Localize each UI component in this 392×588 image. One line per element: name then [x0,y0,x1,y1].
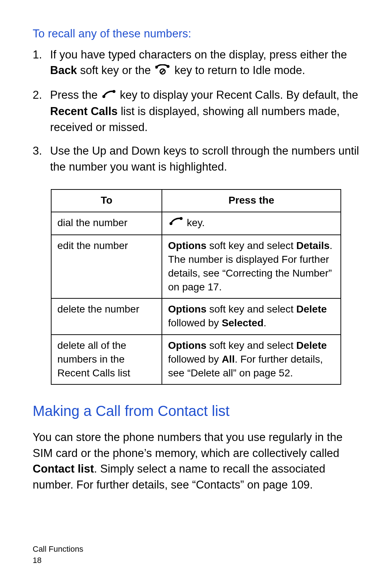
step-number: 3. [33,143,50,175]
text: Press the [50,89,101,101]
step-body: If you have typed characters on the disp… [50,47,359,79]
table-cell-to: edit the number [51,235,162,298]
text: followed by [168,354,222,365]
table-row: delete all of the numbers in the Recent … [51,335,341,384]
table-row: delete the numberOptions soft key and se… [51,298,341,335]
bold-text: Delete [296,303,327,315]
svg-point-1 [167,65,170,68]
text: key to display your Recent Calls. By def… [117,89,358,101]
svg-point-4 [102,95,105,98]
svg-point-6 [170,222,172,225]
actions-table: To Press the dial the number key.edit th… [51,189,341,385]
svg-point-5 [113,90,115,93]
contact-paragraph: You can store the phone numbers that you… [33,429,359,493]
text: You can store the phone numbers that you… [33,431,343,459]
table-header-press: Press the [162,189,341,212]
text: . [264,317,266,328]
bold-text: Delete [296,340,327,351]
text: soft key and select [207,240,296,251]
bold-text: All [222,354,235,365]
subheading-recall: To recall any of these numbers: [33,27,359,40]
step-number: 2. [33,87,50,135]
step-number: 1. [33,47,50,79]
table-cell-press: Options soft key and select Delete follo… [162,298,341,335]
table-cell-press: Options soft key and select Delete follo… [162,335,341,384]
actions-table-body: dial the number key.edit the numberOptio… [51,212,341,385]
text: key. [184,217,205,228]
steps-list: 1.If you have typed characters on the di… [33,47,359,175]
text: Use the Up and Down keys to scroll throu… [50,144,359,173]
page-footer: Call Functions 18 [33,544,83,566]
step-body: Use the Up and Down keys to scroll throu… [50,143,359,175]
bold-text: Back [50,64,77,77]
table-row: dial the number key. [51,212,341,235]
bold-text: Options [168,240,207,251]
table-header-to: To [51,189,162,212]
text: key to return to Idle mode. [171,64,305,77]
svg-point-7 [180,217,183,220]
step-item: 2.Press the key to display your Recent C… [33,87,359,135]
call-icon [170,216,183,230]
table-row: edit the numberOptions soft key and sele… [51,235,341,298]
text: soft key and select [207,340,296,351]
end-call-icon [155,64,170,79]
bold-text: Selected [222,317,264,328]
table-cell-to: delete all of the numbers in the Recent … [51,335,162,384]
bold-text: Options [168,340,207,351]
bold-text: Details [296,240,330,251]
section-heading-contact: Making a Call from Contact list [33,403,359,419]
bold-text: Options [168,303,207,315]
text: followed by [168,317,222,328]
manual-page: To recall any of these numbers: 1.If you… [0,0,392,588]
table-cell-to: dial the number [51,212,162,235]
step-item: 3.Use the Up and Down keys to scroll thr… [33,143,359,175]
table-cell-press: Options soft key and select Details. The… [162,235,341,298]
footer-section: Call Functions [33,544,83,555]
text: If you have typed characters on the disp… [50,48,347,61]
step-item: 1.If you have typed characters on the di… [33,47,359,79]
table-cell-press: key. [162,212,341,235]
table-cell-to: delete the number [51,298,162,335]
bold-text: Contact list [33,462,94,475]
call-icon [102,88,115,103]
bold-text: Recent Calls [50,105,118,118]
footer-page: 18 [33,555,83,566]
svg-line-3 [161,70,164,73]
text: soft key or the [77,64,154,77]
text: soft key and select [207,303,296,315]
step-body: Press the key to display your Recent Cal… [50,87,359,135]
